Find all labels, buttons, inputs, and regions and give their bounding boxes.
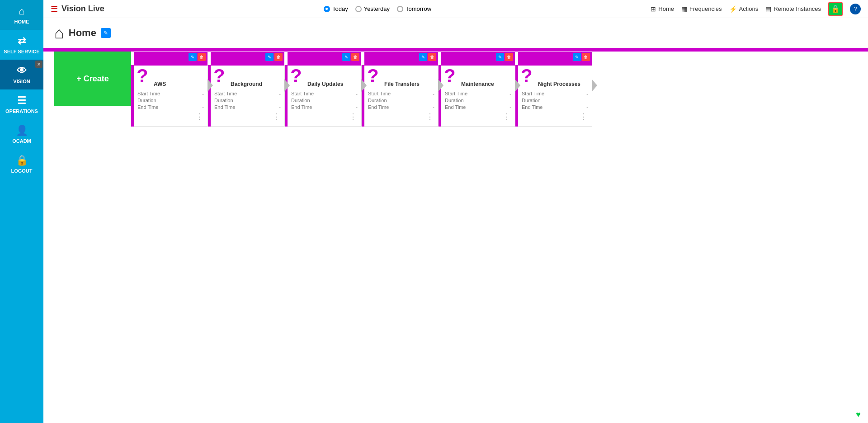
sidebar-item-home[interactable]: ⌂ HOME: [0, 0, 43, 30]
top-nav-center: Today Yesterday Tomorrow: [324, 5, 431, 12]
card-more-btn-maintenance[interactable]: ⋮: [445, 112, 511, 122]
main-content: ☰ Vision Live Today Yesterday Tomorrow: [43, 0, 868, 423]
operations-icon: ☰: [17, 95, 26, 107]
card-delete-btn-background[interactable]: 🗑: [274, 53, 283, 61]
sidebar-item-self-service[interactable]: ⇄ SELF SERVICE: [0, 30, 43, 60]
nav-home-label: Home: [658, 5, 674, 12]
self-service-icon: ⇄: [18, 35, 26, 47]
radio-yesterday-dot: [355, 6, 362, 12]
card-connector-right-daily-updates: [361, 79, 367, 92]
card-outer-file-transfers: ✎ 🗑 ? File Transfers Start Time - Durati…: [362, 65, 439, 127]
card-connector-right-background: [284, 79, 290, 92]
card-more-btn-daily-updates[interactable]: ⋮: [291, 112, 358, 122]
card-duration-night-processes: Duration -: [522, 98, 588, 103]
create-card[interactable]: + Create: [54, 52, 131, 106]
nav-home[interactable]: ⊞ Home: [651, 5, 674, 13]
help-icon: ?: [854, 5, 857, 12]
nav-actions[interactable]: ⚡ Actions: [729, 5, 759, 13]
card-more-btn-background[interactable]: ⋮: [214, 112, 281, 122]
sidebar-item-logout[interactable]: 🔒 LOGOUT: [0, 149, 43, 179]
radio-today[interactable]: Today: [324, 5, 348, 12]
card-more-btn-file-transfers[interactable]: ⋮: [368, 112, 434, 122]
nav-remote-instances-label: Remote Instances: [774, 5, 821, 12]
nav-remote-instances-icon: ▤: [765, 5, 771, 13]
card-connector-right-aws: [208, 79, 213, 92]
card-start-time-file-transfers: Start Time -: [368, 91, 434, 96]
help-button[interactable]: ?: [850, 4, 861, 14]
card-edit-btn-maintenance[interactable]: ✎: [496, 53, 504, 61]
card-connector-right-file-transfers: [438, 79, 443, 92]
card-aws: ✎ 🗑 ? AWS Start Time - Duration - End: [134, 65, 208, 127]
card-question-night-processes: ?: [521, 66, 533, 85]
sidebar-item-operations[interactable]: ☰ OPERATIONS: [0, 89, 43, 119]
footer: ♥: [856, 410, 861, 419]
card-duration-background: Duration -: [214, 98, 281, 103]
card-duration-maintenance: Duration -: [445, 98, 511, 103]
card-edit-btn-background[interactable]: ✎: [265, 53, 274, 61]
card-outer-background: ✎ 🗑 ? Background Start Time - Duration -: [208, 65, 285, 127]
profile-button[interactable]: 🔒: [828, 2, 843, 16]
card-actions-background: ✎ 🗑: [265, 53, 283, 61]
card-end-time-night-processes: End Time -: [522, 104, 588, 110]
logout-icon: 🔒: [16, 155, 28, 166]
page-content: ⌂ Home ✎ + Create: [43, 18, 868, 423]
card-start-time-background: Start Time -: [214, 91, 281, 96]
edit-page-button[interactable]: ✎: [101, 28, 111, 38]
card-delete-btn-night-processes[interactable]: 🗑: [582, 53, 590, 61]
card-edit-btn-file-transfers[interactable]: ✎: [419, 53, 427, 61]
card-maintenance: ✎ 🗑 ? Maintenance Start Time - Duration …: [441, 65, 515, 127]
card-outer-aws: ✎ 🗑 ? AWS Start Time - Duration - End: [131, 65, 208, 127]
card-start-time-aws: Start Time -: [137, 91, 204, 96]
card-delete-btn-file-transfers[interactable]: 🗑: [428, 53, 436, 61]
process-cards-container: ✎ 🗑 ? AWS Start Time - Duration - End: [131, 52, 592, 127]
card-end-time-maintenance: End Time -: [445, 104, 511, 110]
card-end-time-background: End Time -: [214, 104, 281, 110]
home-icon: ⌂: [19, 5, 24, 17]
vision-icon: 👁: [17, 65, 27, 77]
radio-today-label: Today: [332, 5, 348, 12]
sidebar-item-operations-label: OPERATIONS: [5, 108, 38, 114]
card-question-background: ?: [213, 66, 225, 85]
card-delete-btn-maintenance[interactable]: 🗑: [505, 53, 513, 61]
cards-area: + Create ✎ 🗑 ? AWS: [43, 52, 868, 127]
profile-icon: 🔒: [831, 5, 840, 13]
card-end-time-daily-updates: End Time -: [291, 104, 358, 110]
ocadm-icon: 👤: [16, 125, 28, 136]
card-delete-btn-aws[interactable]: 🗑: [198, 53, 206, 61]
card-edit-btn-night-processes[interactable]: ✎: [573, 53, 581, 61]
card-night-processes: ✎ 🗑 ? Night Processes Start Time - Durat…: [518, 65, 592, 127]
sidebar-item-ocadm[interactable]: 👤 OCADM: [0, 119, 43, 149]
page-header: ⌂ Home ✎: [43, 18, 868, 48]
card-duration-aws: Duration -: [137, 98, 204, 103]
card-more-btn-night-processes[interactable]: ⋮: [522, 112, 588, 122]
page-home-icon: ⌂: [54, 24, 64, 42]
card-outer-daily-updates: ✎ 🗑 ? Daily Updates Start Time - Duratio…: [285, 65, 362, 127]
nav-frequencies[interactable]: ▦ Frequencies: [681, 5, 722, 13]
radio-tomorrow[interactable]: Tomorrow: [397, 5, 431, 12]
card-edit-btn-aws[interactable]: ✎: [189, 53, 197, 61]
card-connector-right-maintenance: [515, 79, 520, 92]
card-duration-daily-updates: Duration -: [291, 98, 358, 103]
nav-remote-instances[interactable]: ▤ Remote Instances: [765, 5, 821, 13]
top-nav: ☰ Vision Live Today Yesterday Tomorrow: [43, 0, 868, 18]
radio-tomorrow-dot: [397, 6, 403, 12]
card-start-time-daily-updates: Start Time -: [291, 91, 358, 96]
top-nav-left: ☰ Vision Live: [51, 4, 104, 14]
sidebar-item-vision-label: VISION: [13, 79, 30, 84]
nav-actions-label: Actions: [739, 5, 759, 12]
card-file-transfers: ✎ 🗑 ? File Transfers Start Time - Durati…: [364, 65, 439, 127]
hamburger-icon[interactable]: ☰: [51, 4, 58, 14]
nav-actions-icon: ⚡: [729, 5, 737, 13]
sidebar: ⌂ HOME ⇄ SELF SERVICE ✕ 👁 VISION ☰ OPERA…: [0, 0, 43, 423]
nav-frequencies-icon: ▦: [681, 5, 687, 13]
card-more-btn-aws[interactable]: ⋮: [137, 112, 204, 122]
sidebar-item-vision[interactable]: ✕ 👁 VISION: [0, 60, 43, 89]
sidebar-item-self-service-label: SELF SERVICE: [4, 49, 39, 54]
vision-close-button[interactable]: ✕: [35, 61, 42, 68]
radio-yesterday[interactable]: Yesterday: [355, 5, 390, 12]
card-delete-btn-daily-updates[interactable]: 🗑: [351, 53, 359, 61]
card-question-file-transfers: ?: [367, 66, 379, 85]
sidebar-item-home-label: HOME: [14, 19, 29, 24]
card-edit-btn-daily-updates[interactable]: ✎: [342, 53, 350, 61]
card-connector-right-night-processes: [592, 79, 597, 92]
